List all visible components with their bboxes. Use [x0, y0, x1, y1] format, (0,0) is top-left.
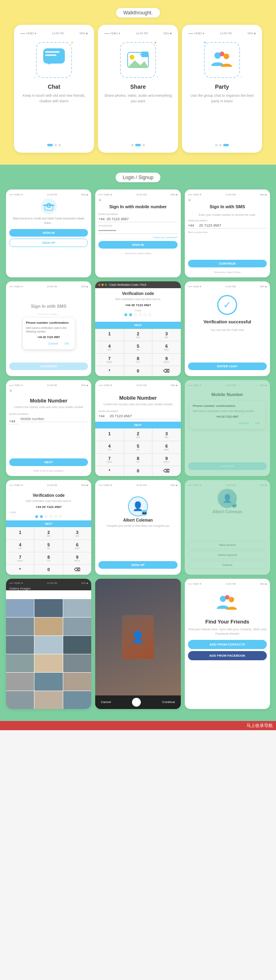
numpad-5[interactable]: 5JKL — [124, 341, 152, 353]
numpad-3[interactable]: 3DEF — [152, 329, 180, 341]
numpad-backspace[interactable]: ⌫ — [152, 366, 180, 376]
mn-country-code: +44 — [9, 418, 19, 424]
vc-dot-4 — [50, 515, 52, 518]
gallery-cell-6[interactable] — [63, 617, 91, 635]
close-mn1[interactable]: ✕ — [9, 389, 12, 393]
mn-numpad-back[interactable]: ⌫ — [152, 466, 180, 476]
sign-in-button[interactable]: SIGN IN — [9, 229, 88, 237]
mn-numpad-9[interactable]: 9WXYZ — [152, 454, 180, 466]
mn-ok-btn[interactable]: OK — [252, 420, 262, 426]
ok-btn-dialog[interactable]: OK — [62, 341, 72, 346]
mn-numpad-0[interactable]: 0 — [124, 466, 152, 476]
mn-numpad-star[interactable]: * — [95, 466, 123, 476]
gallery-cell-3[interactable] — [63, 599, 91, 617]
vc-numpad-9[interactable]: 9WXYZ — [63, 552, 91, 564]
vc-next-btn[interactable]: NEXT — [6, 520, 91, 527]
numpad-9[interactable]: 9WXYZ — [152, 354, 180, 366]
mn2-country-row: +44 20 7123 4567 — [98, 413, 177, 419]
enter-chat-btn[interactable]: ENTER CHAT — [188, 363, 267, 370]
select-picture-btn[interactable]: Select picture — [188, 551, 267, 559]
numpad-6[interactable]: 6MNO — [152, 341, 180, 353]
signin-btn[interactable]: SIGN IN — [98, 241, 177, 249]
profile-avatar[interactable]: 👤 📷 — [128, 496, 148, 516]
vc-numpad-7[interactable]: 7PQRS — [6, 552, 34, 564]
next-btn[interactable]: NEXT — [95, 322, 180, 329]
camera-shutter[interactable] — [132, 698, 141, 707]
mn-signup-btn[interactable]: SIGN UP — [188, 462, 267, 470]
vc-numpad-0[interactable]: 0 — [34, 565, 62, 575]
mn-numpad-8[interactable]: 8TUV — [124, 454, 152, 466]
mobilenumber-input[interactable] — [98, 216, 177, 222]
add-facebook-btn[interactable]: ADD FROM FACEBOOK — [188, 651, 267, 660]
mn-title2: Mobile Number — [98, 395, 177, 401]
mn-cancel-btn[interactable]: Cancel — [236, 420, 251, 426]
numpad-0[interactable]: 0 — [124, 366, 152, 376]
find-friends-icon — [215, 592, 239, 615]
mn-numpad-2[interactable]: 2ABC — [124, 429, 152, 441]
add-contacts-btn[interactable]: ADD FROM CONTACTS — [188, 640, 267, 649]
gallery-cell-1[interactable] — [6, 599, 34, 617]
gallery-cell-14[interactable] — [34, 673, 62, 691]
continue-btn-s3[interactable]: CONTINUE — [188, 260, 267, 267]
close-icon-s3[interactable]: ✕ — [188, 198, 191, 202]
mn-numpad-6[interactable]: 6MNO — [152, 441, 180, 453]
verify-title: Verification code — [98, 291, 177, 296]
vc-numpad-back[interactable]: ⌫ — [63, 565, 91, 575]
forgot-password[interactable]: Forgot your password? — [98, 236, 177, 239]
gallery-cell-16[interactable] — [6, 691, 34, 709]
back-arrow-vc[interactable]: ‹ — [9, 489, 88, 492]
gallery-cell-12[interactable] — [63, 654, 91, 672]
numpad-7[interactable]: 7PQRS — [95, 354, 123, 366]
vc-numpad-star[interactable]: * — [6, 565, 34, 575]
numpad-2[interactable]: 2ABC — [124, 329, 152, 341]
mn2-next[interactable]: NEXT — [95, 422, 180, 428]
vc-numpad-6[interactable]: 6MNO — [63, 540, 91, 552]
mn-numpad-3[interactable]: 3DEF — [152, 429, 180, 441]
cancel-btn-dialog[interactable]: Cancel — [46, 341, 60, 346]
gallery-cell-15[interactable] — [63, 673, 91, 691]
gallery-cell-10[interactable] — [6, 654, 34, 672]
cancel-picture-btn[interactable]: Cancel — [188, 561, 267, 569]
vc-numpad-8[interactable]: 8TUV — [34, 552, 62, 564]
continue-btn-dim[interactable]: CONTINUE — [9, 363, 88, 370]
sms-desc-bg: Enter your mobile... — [38, 313, 59, 315]
gallery-cell-11[interactable] — [34, 654, 62, 672]
gallery-cell-8[interactable] — [34, 636, 62, 654]
verify-keyboard-phone: Chart Verification Code / FILE Verificat… — [95, 281, 180, 376]
window-dots — [98, 284, 107, 286]
take-picture-btn[interactable]: Take picture — [188, 541, 267, 549]
numpad-8[interactable]: 8TUV — [124, 354, 152, 366]
mn-next-btn1[interactable]: NEXT — [9, 458, 88, 466]
gallery-cell-17[interactable] — [34, 691, 62, 709]
gallery-cell-18[interactable] — [63, 691, 91, 709]
gallery-cell-2[interactable] — [34, 599, 62, 617]
password-input[interactable] — [98, 228, 177, 234]
mn-input[interactable] — [20, 416, 88, 422]
camera-continue-btn[interactable]: Continue — [162, 700, 175, 704]
sign-up-button[interactable]: SIGN UP — [9, 239, 88, 247]
gallery-cell-5[interactable] — [34, 617, 62, 635]
gallery-cell-4[interactable] — [6, 617, 34, 635]
mn-numpad-7[interactable]: 7PQRS — [95, 454, 123, 466]
success-desc: You can use the Chat now! — [188, 328, 267, 332]
gallery-cell-7[interactable] — [6, 636, 34, 654]
vc-numpad-5[interactable]: 5JKL — [34, 540, 62, 552]
back-arrow-mn2[interactable]: ‹ — [98, 389, 177, 392]
mn-numpad-1[interactable]: 1 — [95, 429, 123, 441]
mn-numpad-5[interactable]: 5JKL — [124, 441, 152, 453]
close-icon[interactable]: ✕ — [98, 198, 102, 202]
camera-cancel-btn[interactable]: Cancel — [101, 700, 111, 704]
gallery-cell-9[interactable] — [63, 636, 91, 654]
numpad-4[interactable]: 4GHI — [95, 341, 123, 353]
numpad-1[interactable]: 1 — [95, 329, 123, 341]
vc-numpad-3[interactable]: 3DEF — [63, 528, 91, 540]
vc-numpad-2[interactable]: 2ABC — [34, 528, 62, 540]
vc-numpad-1[interactable]: 1 — [6, 528, 34, 540]
gallery-cell-13[interactable] — [6, 673, 34, 691]
mn-numpad-4[interactable]: 4GHI — [95, 441, 123, 453]
back-arrow-ps[interactable]: ‹ — [98, 489, 177, 492]
numpad-star[interactable]: * — [95, 366, 123, 376]
profile-signup-btn[interactable]: SIGN UP — [98, 561, 177, 569]
mn-title1: Mobile Number — [9, 398, 88, 404]
vc-numpad-4[interactable]: 4GHI — [6, 540, 34, 552]
